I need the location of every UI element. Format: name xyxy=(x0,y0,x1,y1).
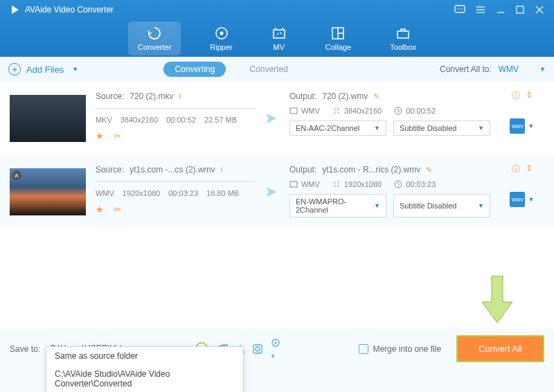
close-icon[interactable] xyxy=(535,5,544,15)
tab-label: Toolbox xyxy=(390,43,416,51)
codec: MKV xyxy=(96,116,112,124)
subtitle-select[interactable]: Subtitle Disabled▼ xyxy=(393,194,490,217)
info-icon[interactable]: ⓘ xyxy=(512,90,520,102)
out-codec: WMV xyxy=(301,180,320,188)
svg-point-12 xyxy=(220,31,223,35)
cut-icon[interactable]: ✂ xyxy=(114,131,121,141)
arrow-icon: ➤ xyxy=(265,109,280,127)
resolution: 3840x2160 xyxy=(120,116,158,124)
output-label: Output: xyxy=(289,91,316,101)
format-icon: WMV xyxy=(510,118,525,134)
convert-all-button[interactable]: Convert All xyxy=(456,335,544,362)
toolbar: + Add Files ▼ Converting Converted Conve… xyxy=(0,57,554,82)
duration: 00:00:52 xyxy=(166,116,196,124)
save-to-label: Save to: xyxy=(10,344,40,354)
tab-label: Collage xyxy=(325,43,351,51)
source-label: Source: xyxy=(96,165,124,175)
filesize: 18.80 MB xyxy=(206,189,239,197)
tab-label: Converter xyxy=(138,43,171,51)
main-tabs: Converter Ripper MV Collage Toolbox xyxy=(0,19,554,57)
out-res: 3840x2160 xyxy=(344,107,382,115)
tab-collage[interactable]: Collage xyxy=(316,21,361,55)
converter-icon xyxy=(147,26,162,41)
gpu-icon[interactable] xyxy=(252,344,263,355)
svg-point-14 xyxy=(277,33,278,35)
edit-icon[interactable]: ✎ xyxy=(373,92,379,101)
arrow-icon: ➤ xyxy=(265,183,280,201)
out-dur: 00:03:23 xyxy=(406,180,436,188)
collage-icon xyxy=(330,26,346,41)
settings-icon[interactable]: ▼ xyxy=(270,337,281,360)
dropdown-item-same[interactable]: Same as source folder xyxy=(46,347,243,365)
format-select[interactable]: WMV ▼ xyxy=(499,64,546,74)
source-label: Source: xyxy=(96,91,124,101)
output-name: 720 (2).wmv xyxy=(322,91,368,101)
subtitle-select[interactable]: Subtitle Disabled▼ xyxy=(393,121,490,136)
ripper-icon xyxy=(214,26,229,41)
checkbox-icon xyxy=(359,344,368,354)
source-name: yt1s.com -...cs (2).wmv xyxy=(129,165,215,175)
converted-tab[interactable]: Converted xyxy=(238,62,298,77)
info-icon[interactable]: ⓘ xyxy=(512,163,520,175)
tab-converter[interactable]: Converter xyxy=(128,21,181,55)
adjust-icon[interactable]: ⇕ xyxy=(526,163,533,175)
feedback-icon[interactable] xyxy=(454,5,465,15)
minimize-icon[interactable] xyxy=(496,5,506,15)
out-dur: 00:00:52 xyxy=(406,107,436,115)
format-icon: WMV xyxy=(510,192,525,207)
tab-mv[interactable]: MV xyxy=(262,21,296,55)
thumbnail[interactable]: A xyxy=(10,168,86,215)
annotation-arrow xyxy=(482,276,512,323)
thumbnail[interactable] xyxy=(10,95,86,142)
svg-rect-8 xyxy=(517,6,524,13)
svg-point-1 xyxy=(457,8,458,10)
cut-icon[interactable]: ✂ xyxy=(114,204,121,215)
out-codec: WMV xyxy=(301,107,320,115)
svg-rect-18 xyxy=(397,31,409,38)
svg-point-3 xyxy=(461,8,463,10)
svg-point-28 xyxy=(275,342,277,344)
output-label: Output: xyxy=(289,165,316,175)
svg-rect-21 xyxy=(290,181,297,187)
tab-label: MV xyxy=(273,43,285,51)
svg-rect-19 xyxy=(290,108,297,114)
merge-label: Merge into one file xyxy=(373,344,441,354)
merge-checkbox[interactable]: Merge into one file xyxy=(359,344,441,354)
output-format-button[interactable]: WMV ▼ xyxy=(510,192,534,207)
info-icon[interactable]: i xyxy=(221,165,223,175)
header: AVAide Video Converter Converter Ripper … xyxy=(0,0,554,57)
maximize-icon[interactable] xyxy=(515,5,525,15)
plus-icon: + xyxy=(8,63,21,75)
resolution: 1920x1080 xyxy=(123,189,160,197)
adjust-icon[interactable]: ⇕ xyxy=(526,90,533,102)
codec: WMV xyxy=(96,189,114,197)
converting-tab[interactable]: Converting xyxy=(163,62,226,77)
tab-toolbox[interactable]: Toolbox xyxy=(380,21,426,55)
svg-rect-25 xyxy=(253,345,262,353)
file-row: A Source: yt1s.com -...cs (2).wmv i WMV … xyxy=(0,155,554,229)
dropdown-item-recent[interactable]: C:\AVAide Studio\AVAide Video Converter\… xyxy=(46,365,243,392)
source-name: 720 (2).mkv xyxy=(129,91,173,101)
svg-point-2 xyxy=(459,8,461,10)
tab-label: Ripper xyxy=(210,43,232,51)
app-title: AVAide Video Converter xyxy=(25,5,114,15)
file-row: Source: 720 (2).mkv i MKV 3840x2160 00:0… xyxy=(0,82,554,155)
info-icon[interactable]: i xyxy=(179,91,181,101)
tab-ripper[interactable]: Ripper xyxy=(200,21,242,55)
badge-icon: A xyxy=(12,170,21,180)
toolbox-icon xyxy=(395,26,411,41)
duration: 00:03:23 xyxy=(168,189,198,197)
audio-select[interactable]: EN-AAC-2Channel▼ xyxy=(289,121,386,136)
menu-icon[interactable] xyxy=(475,5,486,15)
edit-icon[interactable]: ✎ xyxy=(426,166,432,175)
star-icon[interactable]: ★ xyxy=(96,204,104,215)
output-name: yt1s.com - R...rics (2).wmv xyxy=(322,165,420,175)
filesize: 22.57 MB xyxy=(204,116,237,124)
audio-select[interactable]: EN-WMAPRO-2Channel▼ xyxy=(289,194,386,217)
svg-rect-13 xyxy=(274,30,285,38)
star-icon[interactable]: ★ xyxy=(96,131,104,141)
add-files-label: Add Files xyxy=(26,64,64,75)
save-path-dropdown: Same as source folder C:\AVAide Studio\A… xyxy=(46,346,244,392)
output-format-button[interactable]: WMV ▼ xyxy=(510,118,534,134)
add-files-button[interactable]: + Add Files ▼ xyxy=(8,63,78,75)
